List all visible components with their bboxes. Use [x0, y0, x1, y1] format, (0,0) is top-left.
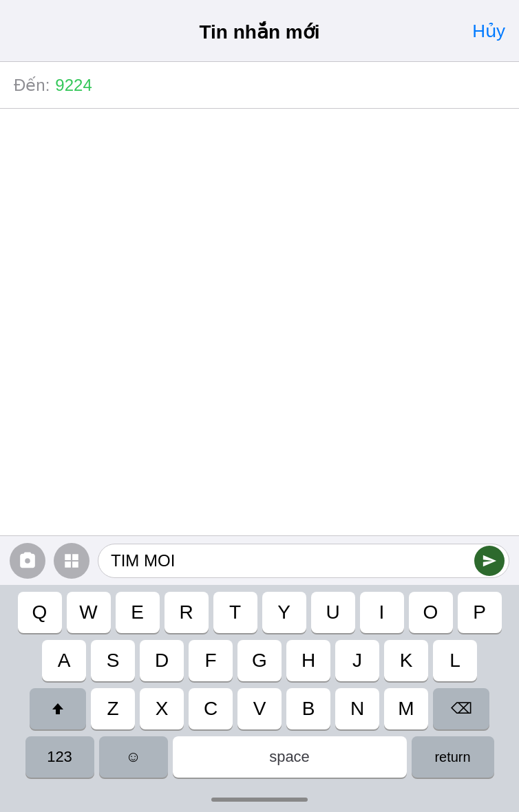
key-i[interactable]: I: [360, 592, 404, 633]
appstore-button[interactable]: [54, 543, 89, 579]
message-area: [0, 109, 519, 412]
key-k[interactable]: K: [384, 640, 428, 681]
key-h[interactable]: H: [286, 640, 330, 681]
message-input-wrap[interactable]: TIM MOI: [98, 544, 509, 578]
numbers-key[interactable]: 123: [25, 736, 94, 778]
key-d[interactable]: D: [140, 640, 184, 681]
page-title: Tin nhắn mới: [199, 21, 319, 43]
message-input[interactable]: TIM MOI: [111, 551, 470, 570]
key-o[interactable]: O: [409, 592, 453, 633]
key-u[interactable]: U: [311, 592, 355, 633]
key-y[interactable]: Y: [262, 592, 306, 633]
key-e[interactable]: E: [116, 592, 160, 633]
send-button[interactable]: [474, 546, 505, 576]
key-a[interactable]: A: [42, 640, 86, 681]
space-key[interactable]: space: [173, 736, 407, 778]
key-v[interactable]: V: [237, 688, 282, 729]
key-g[interactable]: G: [237, 640, 282, 681]
shift-icon: [50, 701, 66, 717]
key-p[interactable]: P: [458, 592, 502, 633]
to-field[interactable]: Đến: 9224: [0, 62, 519, 109]
keyboard-row-1: Q W E R T Y U I O P: [3, 592, 516, 633]
key-w[interactable]: W: [67, 592, 111, 633]
key-q[interactable]: Q: [18, 592, 62, 633]
key-r[interactable]: R: [165, 592, 209, 633]
input-toolbar: TIM MOI: [0, 535, 519, 585]
appstore-icon: [63, 552, 81, 570]
keyboard-container: TIM MOI Q W E R T Y U I O P A S D: [0, 535, 519, 812]
shift-key[interactable]: [30, 688, 86, 729]
keyboard-row-4: 123 ☺ space return: [3, 736, 516, 778]
send-icon: [482, 553, 497, 568]
key-x[interactable]: X: [140, 688, 184, 729]
to-label: Đến:: [14, 76, 50, 95]
camera-button[interactable]: [10, 543, 45, 579]
keyboard-row-2: A S D F G H J K L: [3, 640, 516, 681]
delete-icon: ⌫: [451, 700, 472, 718]
keyboard-row-3: Z X C V B N M ⌫: [3, 688, 516, 729]
cancel-button[interactable]: Hủy: [472, 20, 505, 41]
key-m[interactable]: M: [384, 688, 428, 729]
camera-icon: [19, 552, 36, 570]
key-b[interactable]: B: [286, 688, 330, 729]
keyboard: Q W E R T Y U I O P A S D F G H J K L: [0, 585, 519, 787]
return-key[interactable]: return: [412, 736, 494, 778]
delete-key[interactable]: ⌫: [433, 688, 489, 729]
to-value: 9224: [55, 76, 92, 95]
key-t[interactable]: T: [213, 592, 257, 633]
key-s[interactable]: S: [91, 640, 135, 681]
header: Tin nhắn mới Hủy: [0, 0, 519, 62]
bottom-bar: [0, 787, 519, 812]
key-f[interactable]: F: [189, 640, 233, 681]
emoji-key[interactable]: ☺: [99, 736, 168, 778]
key-z[interactable]: Z: [91, 688, 135, 729]
key-n[interactable]: N: [335, 688, 379, 729]
key-c[interactable]: C: [189, 688, 233, 729]
key-l[interactable]: L: [433, 640, 477, 681]
home-indicator: [211, 798, 308, 802]
key-j[interactable]: J: [335, 640, 379, 681]
